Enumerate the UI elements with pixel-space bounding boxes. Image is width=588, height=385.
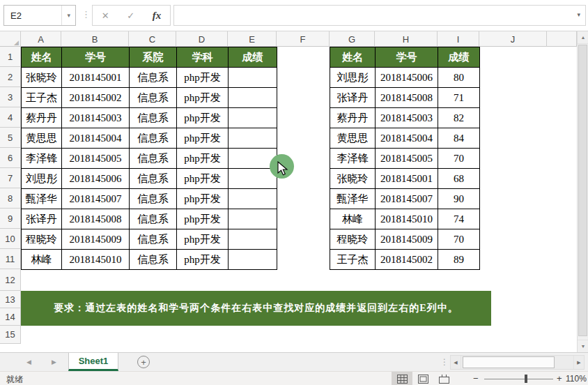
cell-name[interactable]: 蔡丹丹 xyxy=(330,108,376,128)
cell-score[interactable] xyxy=(229,209,277,229)
cell-score[interactable] xyxy=(229,189,277,209)
cell-student-id[interactable]: 2018145006 xyxy=(376,68,438,88)
zoom-slider-track[interactable] xyxy=(484,379,553,379)
row-header[interactable]: 6 xyxy=(0,148,21,168)
cell-student-id[interactable]: 2018145009 xyxy=(62,229,130,250)
scroll-up-icon[interactable]: ▲ xyxy=(578,31,588,44)
cell-student-id[interactable]: 2018145007 xyxy=(376,189,438,209)
column-header-g[interactable]: G xyxy=(330,31,375,47)
zoom-level[interactable]: 110% xyxy=(566,374,587,384)
insert-function-icon[interactable]: fx xyxy=(153,10,162,22)
cell-name[interactable]: 张晓玲 xyxy=(22,68,62,88)
cell-dept[interactable]: 信息系 xyxy=(130,108,177,128)
vertical-scrollbar[interactable]: ▲ ▼ xyxy=(577,31,588,352)
cell-dept[interactable]: 信息系 xyxy=(130,169,177,189)
vertical-scrollbar-thumb[interactable] xyxy=(578,45,587,336)
cell-student-id[interactable]: 2018145010 xyxy=(62,250,130,270)
cell-name[interactable]: 林峰 xyxy=(22,250,62,270)
column-header-partial[interactable] xyxy=(547,31,577,47)
cell-name[interactable]: 李泽锋 xyxy=(22,149,62,169)
row-header[interactable]: 14 xyxy=(0,308,21,326)
cell-name[interactable]: 甄泽华 xyxy=(330,189,376,209)
cancel-icon[interactable]: ✕ xyxy=(102,10,109,21)
header-subject[interactable]: 学科 xyxy=(177,47,229,68)
cell-name[interactable]: 张译丹 xyxy=(330,88,376,108)
zoom-slider-thumb[interactable] xyxy=(525,375,527,383)
cell-subject[interactable]: php开发 xyxy=(177,149,229,169)
cell-score[interactable]: 89 xyxy=(438,250,480,270)
cell-student-id[interactable]: 2018145005 xyxy=(376,149,438,169)
cell-score[interactable] xyxy=(229,250,277,270)
cell-student-id[interactable]: 2018145008 xyxy=(62,209,130,229)
cell-subject[interactable]: php开发 xyxy=(177,229,229,250)
cell-subject[interactable]: php开发 xyxy=(177,189,229,209)
row-header[interactable]: 3 xyxy=(0,87,21,107)
cell-name[interactable]: 蔡丹丹 xyxy=(22,108,62,128)
column-header-j[interactable]: J xyxy=(479,31,547,47)
normal-view-icon[interactable] xyxy=(392,372,412,385)
scroll-right-icon[interactable]: ▶ xyxy=(573,356,584,369)
cell-subject[interactable]: php开发 xyxy=(177,128,229,149)
cell-name[interactable]: 甄泽华 xyxy=(22,189,62,209)
cell-score[interactable]: 84 xyxy=(438,128,480,149)
cell-name[interactable]: 黄思思 xyxy=(22,128,62,149)
cell-name[interactable]: 林峰 xyxy=(330,209,376,229)
horizontal-scrollbar[interactable]: ◀ ▶ xyxy=(450,355,585,370)
cell-student-id[interactable]: 2018145002 xyxy=(376,250,438,270)
cell-score[interactable] xyxy=(229,68,277,88)
row-header[interactable]: 7 xyxy=(0,168,21,188)
prev-sheet-icon[interactable]: ◀ xyxy=(26,358,31,365)
page-break-preview-icon[interactable] xyxy=(433,372,454,385)
header-student-id[interactable]: 学号 xyxy=(376,47,438,68)
cell-score[interactable]: 70 xyxy=(438,229,480,250)
next-sheet-icon[interactable]: ▶ xyxy=(52,358,56,365)
cell-score[interactable] xyxy=(229,128,277,149)
cell-name[interactable]: 刘思彤 xyxy=(330,68,376,88)
column-header-a[interactable]: A xyxy=(21,31,61,47)
row-header[interactable]: 12 xyxy=(0,269,21,291)
requirement-banner[interactable]: 要求：通过左表的姓名和学号两个条件在右表中查找对应的成绩并返回到左右的E列中。 xyxy=(21,291,491,326)
cell-name[interactable]: 程晓玲 xyxy=(22,229,62,250)
cell-subject[interactable]: php开发 xyxy=(177,88,229,108)
cell-subject[interactable]: php开发 xyxy=(177,68,229,88)
row-header[interactable]: 13 xyxy=(0,291,21,308)
select-all-corner[interactable]: ◢ xyxy=(0,31,21,47)
row-header[interactable]: 15 xyxy=(0,326,21,344)
cell-name[interactable]: 黄思思 xyxy=(330,128,376,149)
add-sheet-icon[interactable]: + xyxy=(137,356,150,368)
cell-student-id[interactable]: 2018145010 xyxy=(376,209,438,229)
cell-student-id[interactable]: 2018145004 xyxy=(62,128,130,149)
column-header-b[interactable]: B xyxy=(61,31,129,47)
cell-score[interactable]: 71 xyxy=(438,88,480,108)
cell-student-id[interactable]: 2018145002 xyxy=(62,88,130,108)
scroll-left-icon[interactable]: ◀ xyxy=(451,356,461,369)
cell-student-id[interactable]: 2018145001 xyxy=(62,68,130,88)
cell-score[interactable] xyxy=(229,88,277,108)
tab-sheet1[interactable]: Sheet1 xyxy=(68,353,118,371)
header-score[interactable]: 成绩 xyxy=(229,47,277,68)
cell-student-id[interactable]: 2018145008 xyxy=(376,88,438,108)
column-header-e[interactable]: E xyxy=(228,31,277,47)
cell-student-id[interactable]: 2018145006 xyxy=(62,169,130,189)
cell-dept[interactable]: 信息系 xyxy=(130,189,177,209)
cell-name[interactable]: 李泽锋 xyxy=(330,149,376,169)
column-header-h[interactable]: H xyxy=(375,31,438,47)
cell-score[interactable]: 82 xyxy=(438,108,480,128)
cell-name[interactable]: 张晓玲 xyxy=(330,169,376,189)
cell-name[interactable]: 张译丹 xyxy=(22,209,62,229)
row-header[interactable]: 5 xyxy=(0,128,21,148)
cell-score[interactable]: 74 xyxy=(438,209,480,229)
cell-student-id[interactable]: 2018145005 xyxy=(62,149,130,169)
row-header[interactable]: 4 xyxy=(0,107,21,128)
cell-student-id[interactable]: 2018145001 xyxy=(376,169,438,189)
cell-name[interactable]: 王子杰 xyxy=(22,88,62,108)
cell-score[interactable] xyxy=(229,229,277,250)
scroll-down-icon[interactable]: ▼ xyxy=(578,340,588,352)
column-header-c[interactable]: C xyxy=(129,31,176,47)
header-dept[interactable]: 系院 xyxy=(130,47,177,68)
enter-icon[interactable]: ✓ xyxy=(127,10,134,21)
cell-score[interactable]: 90 xyxy=(438,189,480,209)
cell-dept[interactable]: 信息系 xyxy=(130,209,177,229)
header-score[interactable]: 成绩 xyxy=(438,47,480,68)
cell-name[interactable]: 程晓玲 xyxy=(330,229,376,250)
